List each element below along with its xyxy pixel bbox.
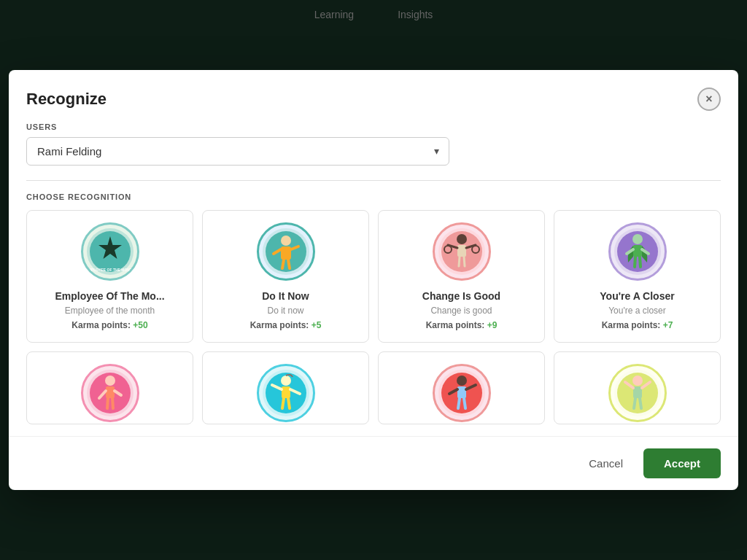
svg-line-20 xyxy=(459,257,460,266)
badge-awesome-icon xyxy=(260,368,311,419)
recognition-section-label: CHOOSE RECOGNITION xyxy=(26,192,721,201)
recognition-card-doitnow[interactable]: Do It Now Do it now Karma points: +5 xyxy=(202,210,369,343)
badge-learning xyxy=(433,364,491,422)
modal-header: Recognize × xyxy=(9,70,738,122)
badge-doitnow-icon xyxy=(260,226,311,277)
card-employee-subtitle: Employee of the month xyxy=(65,306,155,316)
svg-text:EMPLOYEE OF THE MONTH: EMPLOYEE OF THE MONTH xyxy=(85,268,135,272)
recognition-card-good[interactable] xyxy=(554,351,721,424)
recognition-section: CHOOSE RECOGNITION EMPLOYEE OF THE MONTH xyxy=(26,180,721,424)
badge-employee: EMPLOYEE OF THE MONTH xyxy=(81,222,139,281)
svg-line-60 xyxy=(634,398,635,408)
svg-rect-33 xyxy=(106,386,115,398)
card-change-karma: Karma points: +9 xyxy=(426,320,498,330)
card-closer-title: You're A Closer xyxy=(600,289,674,303)
badge-best-icon xyxy=(85,368,136,419)
svg-point-32 xyxy=(105,376,115,386)
recognition-card-closer[interactable]: You're A Closer You're a closer Karma po… xyxy=(554,210,721,343)
svg-point-14 xyxy=(457,234,467,244)
badge-change xyxy=(433,222,491,281)
svg-rect-41 xyxy=(282,386,290,398)
cancel-button[interactable]: Cancel xyxy=(577,450,635,477)
badge-doitnow xyxy=(257,222,315,281)
svg-point-24 xyxy=(632,234,643,244)
recognition-card-learning[interactable] xyxy=(378,351,545,424)
modal-body: USERS Rami Felding John Smith Jane Doe ▾… xyxy=(9,122,738,436)
card-closer-karma: Karma points: +7 xyxy=(602,320,673,330)
svg-line-11 xyxy=(288,260,290,268)
svg-line-37 xyxy=(112,398,113,408)
modal-footer: Cancel Accept xyxy=(9,436,738,490)
card-employee-title: Employee Of The Mo... xyxy=(55,289,164,303)
card-doitnow-subtitle: Do it now xyxy=(267,306,303,316)
recognition-cards-grid: EMPLOYEE OF THE MONTH Employee Of The Mo… xyxy=(26,210,721,424)
svg-point-40 xyxy=(281,376,291,386)
card-employee-karma: Karma points: +50 xyxy=(71,320,147,330)
card-change-title: Change Is Good xyxy=(422,289,500,303)
badge-employee-icon: EMPLOYEE OF THE MONTH xyxy=(85,226,136,277)
badge-awesome xyxy=(257,364,315,422)
recognize-modal: Recognize × USERS Rami Felding John Smit… xyxy=(9,70,738,490)
badge-good xyxy=(608,364,667,422)
svg-line-29 xyxy=(640,257,640,267)
card-closer-karma-value: +7 xyxy=(663,320,673,330)
users-dropdown-wrapper: Rami Felding John Smith Jane Doe ▾ xyxy=(26,137,449,166)
card-doitnow-karma: Karma points: +5 xyxy=(250,320,322,330)
badge-best xyxy=(81,364,139,422)
svg-rect-15 xyxy=(457,245,466,257)
recognition-card-change[interactable]: Change Is Good Change is good Karma poin… xyxy=(378,210,545,343)
svg-line-52 xyxy=(458,398,460,408)
svg-rect-49 xyxy=(457,386,466,398)
card-doitnow-karma-value: +5 xyxy=(311,320,322,330)
close-button[interactable]: × xyxy=(697,88,721,111)
svg-point-6 xyxy=(281,236,291,246)
svg-rect-7 xyxy=(281,246,291,260)
svg-line-45 xyxy=(288,398,290,408)
svg-line-44 xyxy=(282,398,284,408)
badge-good-icon xyxy=(612,368,663,419)
card-change-karma-value: +9 xyxy=(487,320,498,330)
svg-rect-25 xyxy=(633,245,642,257)
recognition-card-employee[interactable]: EMPLOYEE OF THE MONTH Employee Of The Mo… xyxy=(26,210,193,343)
accept-button[interactable]: Accept xyxy=(643,448,721,478)
recognition-card-best[interactable] xyxy=(26,351,193,424)
svg-line-53 xyxy=(464,398,465,408)
card-change-subtitle: Change is good xyxy=(430,306,492,316)
svg-line-10 xyxy=(282,260,284,268)
users-dropdown[interactable]: Rami Felding John Smith Jane Doe xyxy=(26,137,449,166)
users-section-label: USERS xyxy=(26,122,721,131)
svg-line-36 xyxy=(107,398,108,408)
card-employee-karma-value: +50 xyxy=(133,320,147,330)
modal-title: Recognize xyxy=(26,90,107,109)
badge-closer-icon xyxy=(612,226,663,277)
svg-line-21 xyxy=(464,257,465,266)
badge-learning-icon xyxy=(436,368,487,419)
recognition-card-awesome[interactable] xyxy=(202,351,369,424)
svg-point-48 xyxy=(457,376,467,386)
svg-line-28 xyxy=(635,257,635,267)
svg-point-56 xyxy=(632,376,643,386)
badge-change-icon xyxy=(436,226,487,277)
card-closer-subtitle: You're a closer xyxy=(608,306,666,316)
svg-line-61 xyxy=(640,398,641,408)
card-doitnow-title: Do It Now xyxy=(262,289,309,303)
badge-closer xyxy=(608,222,667,281)
